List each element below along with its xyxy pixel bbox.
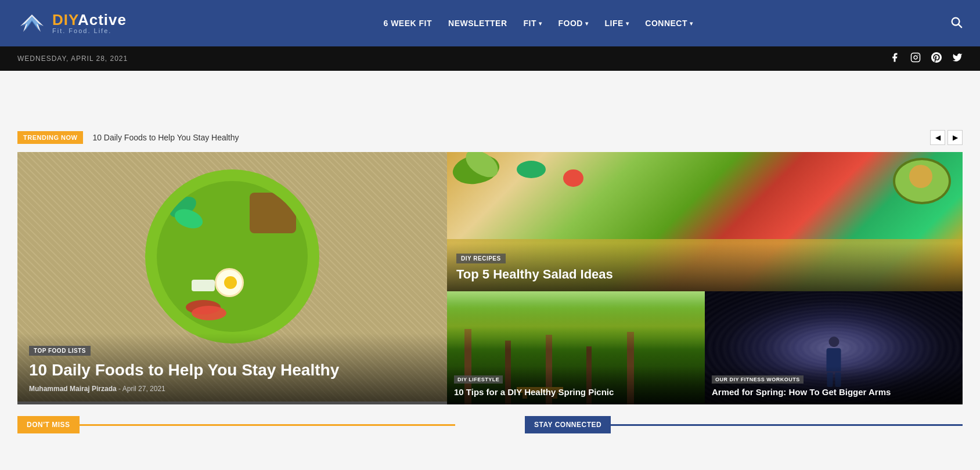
stay-connected-section: STAY CONNECTED xyxy=(525,416,963,433)
hero-bottom-left-title: 10 Tips for a DIY Healthy Spring Picnic xyxy=(454,387,698,397)
nav-menu: 6 WEEK FIT NEWSLETTER FIT▾ FOOD▾ LIFE▾ C… xyxy=(383,19,693,28)
hero-right-top-overlay: DIY RECIPES Top 5 Healthy Salad Ideas xyxy=(447,243,963,291)
pinterest-icon[interactable] xyxy=(931,52,942,65)
dont-miss-badge: DON'T MISS xyxy=(17,416,80,433)
hero-right: DIY RECIPES Top 5 Healthy Salad Ideas xyxy=(447,152,963,404)
hero-left-overlay: TOP FOOD LISTS 10 Daily Foods to Help Yo… xyxy=(17,333,447,404)
trending-nav: ◀ ▶ xyxy=(930,130,963,145)
svg-line-4 xyxy=(959,24,961,27)
date-display: WEDNESDAY, APRIL 28, 2021 xyxy=(17,55,128,63)
site-header: DIYActive Fit. Food. Life. 6 WEEK FIT NE… xyxy=(0,0,980,46)
nav-item-6weekfit[interactable]: 6 WEEK FIT xyxy=(383,19,432,28)
hero-left-meta: Muhammad Mairaj Pirzada - April 27, 2021 xyxy=(29,385,435,393)
nav-item-newsletter[interactable]: NEWSLETTER xyxy=(448,19,507,28)
trending-badge: TRENDING NOW xyxy=(17,131,83,144)
ad-space xyxy=(0,71,980,123)
sub-header: WEDNESDAY, APRIL 28, 2021 xyxy=(0,46,980,71)
main-grid: TOP FOOD LISTS 10 Daily Foods to Help Yo… xyxy=(0,152,980,404)
svg-rect-5 xyxy=(911,53,920,62)
hero-right-top-title: Top 5 Healthy Salad Ideas xyxy=(456,267,953,282)
twitter-icon[interactable] xyxy=(952,52,963,65)
hero-left-category: TOP FOOD LISTS xyxy=(29,346,91,356)
hero-bottom-right-category: OUR DIY FITNESS WORKOUTS xyxy=(712,375,804,384)
chevron-down-icon: ▾ xyxy=(690,20,693,27)
stay-connected-badge: STAY CONNECTED xyxy=(525,416,611,433)
hero-bottom-right-card[interactable]: OUR DIY FITNESS WORKOUTS Armed for Sprin… xyxy=(705,291,963,404)
hero-bottom-left-overlay: DIY LIFESTYLE 10 Tips for a DIY Healthy … xyxy=(447,366,705,404)
hero-right-top[interactable]: DIY RECIPES Top 5 Healthy Salad Ideas xyxy=(447,152,963,291)
hero-left-title: 10 Daily Foods to Help You Stay Healthy xyxy=(29,360,435,380)
logo-tagline: Fit. Food. Life. xyxy=(52,27,127,34)
bottom-sections: DON'T MISS STAY CONNECTED xyxy=(0,416,980,433)
search-icon[interactable] xyxy=(950,16,963,31)
stay-connected-line xyxy=(611,424,963,426)
nav-item-food[interactable]: FOOD▾ xyxy=(559,19,589,28)
hero-bottom-right-title: Armed for Spring: How To Get Bigger Arms xyxy=(712,387,956,397)
instagram-icon[interactable] xyxy=(910,52,921,65)
chevron-down-icon: ▾ xyxy=(626,20,629,27)
logo-brand: DIYActive xyxy=(52,12,127,27)
logo-wings-icon xyxy=(17,12,46,35)
trending-title: 10 Daily Foods to Help You Stay Healthy xyxy=(92,133,239,142)
chevron-down-icon: ▾ xyxy=(585,20,589,27)
hero-right-top-category: DIY RECIPES xyxy=(456,254,506,263)
section-spacer xyxy=(478,416,502,433)
trending-next-button[interactable]: ▶ xyxy=(947,130,963,145)
trending-prev-button[interactable]: ◀ xyxy=(930,130,945,145)
chevron-down-icon: ▾ xyxy=(539,20,542,27)
hero-right-bottom: DIY LIFESTYLE 10 Tips for a DIY Healthy … xyxy=(447,291,963,404)
nav-item-fit[interactable]: FIT▾ xyxy=(524,19,542,28)
trending-bar: TRENDING NOW 10 Daily Foods to Help You … xyxy=(0,123,980,152)
hero-bottom-left-card[interactable]: DIY LIFESTYLE 10 Tips for a DIY Healthy … xyxy=(447,291,705,404)
dont-miss-section: DON'T MISS xyxy=(17,416,455,433)
nav-item-connect[interactable]: CONNECT▾ xyxy=(645,19,693,28)
hero-left[interactable]: TOP FOOD LISTS 10 Daily Foods to Help Yo… xyxy=(17,152,447,404)
logo-text: DIYActive Fit. Food. Life. xyxy=(52,12,127,34)
hero-bottom-left-category: DIY LIFESTYLE xyxy=(454,375,503,384)
nav-item-life[interactable]: LIFE▾ xyxy=(604,19,629,28)
plate-image xyxy=(145,169,319,344)
social-icons xyxy=(889,52,963,65)
trending-left: TRENDING NOW 10 Daily Foods to Help You … xyxy=(17,131,239,144)
hero-bottom-right-overlay: OUR DIY FITNESS WORKOUTS Armed for Sprin… xyxy=(705,366,963,404)
main-nav: 6 WEEK FIT NEWSLETTER FIT▾ FOOD▾ LIFE▾ C… xyxy=(383,19,693,28)
dont-miss-line xyxy=(80,424,455,426)
logo[interactable]: DIYActive Fit. Food. Life. xyxy=(17,12,127,35)
facebook-icon[interactable] xyxy=(889,52,900,65)
